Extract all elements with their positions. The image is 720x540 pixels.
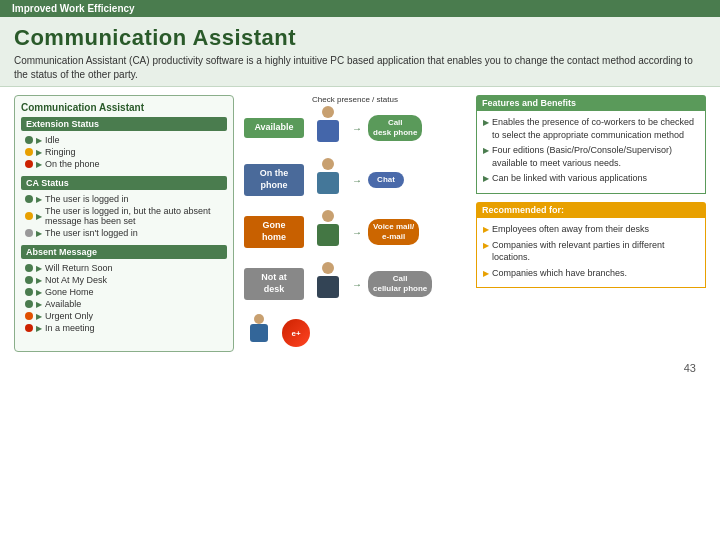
person-body xyxy=(317,120,339,142)
status-available: Available xyxy=(244,118,304,138)
ca-status-header: CA Status xyxy=(21,176,227,190)
triangle-icon: ▶ xyxy=(483,268,489,280)
recommended-item: ▶Companies with relevant parties in diff… xyxy=(483,239,699,264)
features-header: Features and Benefits xyxy=(476,95,706,111)
list-item: ▶ The user is logged in xyxy=(25,193,227,205)
absent-message-header: Absent Message xyxy=(21,245,227,259)
list-item: ▶ Ringing xyxy=(25,146,227,158)
list-item: ▶ The user is logged in, but the auto ab… xyxy=(25,205,227,227)
bottom-person xyxy=(244,314,274,352)
green-dot-icon xyxy=(25,288,33,296)
yellow-dot-icon xyxy=(25,212,33,220)
ca-status-list: ▶ The user is logged in ▶ The user is lo… xyxy=(21,193,227,239)
arrow-right-icon: → xyxy=(352,123,362,134)
feature-item: ▶Four editions (Basic/Pro/Console/Superv… xyxy=(483,144,699,169)
triangle-icon: ▶ xyxy=(483,145,489,169)
bottom-person-body xyxy=(250,324,268,342)
triangle-icon: ▶ xyxy=(483,173,489,185)
badge-call-desk: Calldesk phone xyxy=(368,115,422,142)
bottom-person-head xyxy=(254,314,264,324)
person-head xyxy=(322,210,334,222)
diagram-row-notatdesk: Not atdesk → Callcellular phone xyxy=(244,262,466,306)
green-dot-icon xyxy=(25,136,33,144)
orange-dot-icon xyxy=(25,312,33,320)
extension-status-header: Extension Status xyxy=(21,117,227,131)
yellow-dot-icon xyxy=(25,148,33,156)
right-panel: Features and Benefits ▶Enables the prese… xyxy=(476,95,706,352)
page-number: 43 xyxy=(684,362,706,374)
recommended-header: Recommended for: xyxy=(476,202,706,218)
list-item: ▶ Idle xyxy=(25,134,227,146)
recommended-item: ▶Companies which have branches. xyxy=(483,267,699,280)
arrow-right-icon: → xyxy=(352,227,362,238)
left-panel-title: Communication Assistant xyxy=(21,102,227,113)
bottom-area: e+ xyxy=(244,314,466,352)
recommended-content: ▶Employees often away from their desks ▶… xyxy=(476,218,706,288)
badge-cellular: Callcellular phone xyxy=(368,271,432,298)
badge-voicemail: Voice mail/e-mail xyxy=(368,219,419,246)
page-title: Communication Assistant xyxy=(14,25,706,51)
logo-icon: e+ xyxy=(282,319,310,347)
left-panel: Communication Assistant Extension Status… xyxy=(14,95,234,352)
recommended-item: ▶Employees often away from their desks xyxy=(483,223,699,236)
list-item: ▶ The user isn't logged in xyxy=(25,227,227,239)
top-bar-label: Improved Work Efficiency xyxy=(12,3,135,14)
badge-chat: Chat xyxy=(368,172,404,188)
list-item: ▶ Available xyxy=(25,298,227,310)
green-dot-icon xyxy=(25,195,33,203)
check-label: Check presence / status xyxy=(244,95,466,104)
extension-status-list: ▶ Idle ▶ Ringing ▶ On the phone xyxy=(21,134,227,170)
list-item: ▶ In a meeting xyxy=(25,322,227,334)
person-figure-2 xyxy=(310,158,346,202)
green-dot-icon xyxy=(25,276,33,284)
person-body xyxy=(317,224,339,246)
triangle-icon: ▶ xyxy=(483,117,489,141)
main-content: Communication Assistant Extension Status… xyxy=(0,87,720,360)
absent-message-list: ▶ Will Return Soon ▶ Not At My Desk ▶ Go… xyxy=(21,262,227,334)
list-item: ▶ Gone Home xyxy=(25,286,227,298)
list-item: ▶ Urgent Only xyxy=(25,310,227,322)
top-bar: Improved Work Efficiency xyxy=(0,0,720,17)
status-gonehome: Gonehome xyxy=(244,216,304,247)
person-figure-1 xyxy=(310,106,346,150)
page-description: Communication Assistant (CA) productivit… xyxy=(14,54,706,82)
status-onphone: On thephone xyxy=(244,164,304,195)
arrow-right-icon: → xyxy=(352,175,362,186)
bottom-row: 43 xyxy=(0,360,720,378)
red-dot-icon xyxy=(25,160,33,168)
person-figure-4 xyxy=(310,262,346,306)
green-dot-icon xyxy=(25,264,33,272)
person-body xyxy=(317,276,339,298)
diagram-area: Check presence / status Available → Call… xyxy=(244,95,466,352)
feature-item: ▶Can be linked with various applications xyxy=(483,172,699,185)
feature-item: ▶Enables the presence of co-workers to b… xyxy=(483,116,699,141)
person-head xyxy=(322,262,334,274)
triangle-icon: ▶ xyxy=(483,224,489,236)
person-head xyxy=(322,106,334,118)
diagram-row-onphone: On thephone → Chat xyxy=(244,158,466,202)
green-dot-icon xyxy=(25,300,33,308)
title-area: Communication Assistant Communication As… xyxy=(0,17,720,87)
list-item: ▶ Will Return Soon xyxy=(25,262,227,274)
triangle-icon: ▶ xyxy=(483,240,489,264)
red-dot-icon xyxy=(25,324,33,332)
status-notatdesk: Not atdesk xyxy=(244,268,304,299)
diagram-row-gonehome: Gonehome → Voice mail/e-mail xyxy=(244,210,466,254)
person-head xyxy=(322,158,334,170)
person-figure-3 xyxy=(310,210,346,254)
list-item: ▶ Not At My Desk xyxy=(25,274,227,286)
person-body xyxy=(317,172,339,194)
list-item: ▶ On the phone xyxy=(25,158,227,170)
diagram-row-available: Available → Calldesk phone xyxy=(244,106,466,150)
gray-dot-icon xyxy=(25,229,33,237)
features-content: ▶Enables the presence of co-workers to b… xyxy=(476,111,706,194)
arrow-right-icon: → xyxy=(352,279,362,290)
